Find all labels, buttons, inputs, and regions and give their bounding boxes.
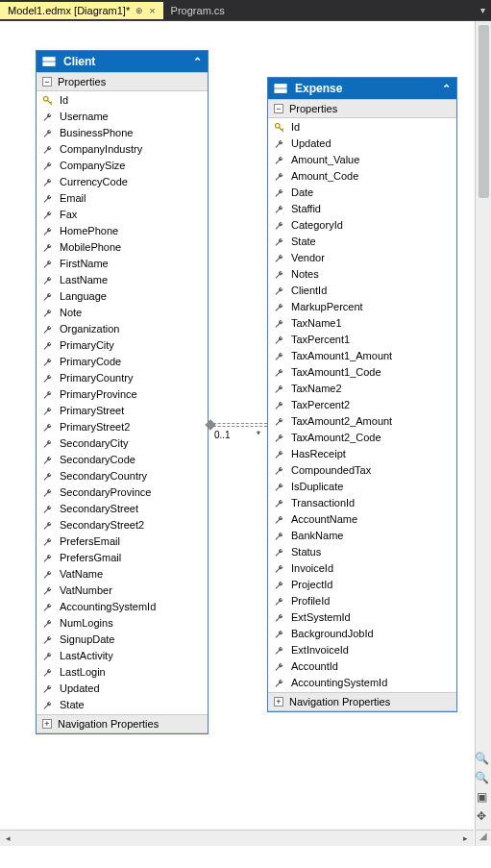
property-row[interactable]: VatName [37, 566, 208, 583]
property-row[interactable]: ProjectId [268, 577, 456, 593]
tab-model-diagram[interactable]: Model1.edmx [Diagram1]* ⊕ × [0, 2, 163, 19]
property-row[interactable]: BusinessPhone [37, 125, 208, 141]
property-row[interactable]: AccountingSystemId [37, 599, 208, 615]
property-row[interactable]: TaxPercent1 [268, 332, 456, 348]
property-row[interactable]: TaxAmount2_Code [268, 430, 456, 446]
property-row[interactable]: TaxName1 [268, 315, 456, 332]
property-row[interactable]: SecondaryStreet [37, 501, 208, 517]
property-row[interactable]: InvoiceId [268, 560, 456, 577]
property-row[interactable]: CurrencyCode [37, 174, 208, 190]
property-row[interactable]: SecondaryProvince [37, 484, 208, 501]
property-row[interactable]: VatNumber [37, 583, 208, 599]
property-row[interactable]: Staffid [268, 201, 456, 217]
section-collapse-icon[interactable]: − [274, 104, 283, 113]
fit-icon[interactable]: ▣ [474, 790, 489, 806]
section-expand-icon[interactable]: + [274, 697, 283, 707]
property-row[interactable]: SignupDate [37, 632, 208, 648]
property-row[interactable]: TaxAmount2_Amount [268, 413, 456, 430]
property-row[interactable]: PrimaryProvince [37, 386, 208, 403]
property-row[interactable]: Language [37, 288, 208, 305]
close-icon[interactable]: × [149, 5, 155, 16]
entity-header[interactable]: Expense ⌃ [268, 78, 456, 99]
horizontal-scrollbar[interactable]: ◂ ▸ [0, 830, 474, 846]
property-row[interactable]: CompoundedTax [268, 462, 456, 479]
chevron-up-icon[interactable]: ⌃ [193, 56, 202, 68]
property-row[interactable]: SecondaryCountry [37, 468, 208, 484]
property-row[interactable]: CompanySize [37, 158, 208, 174]
property-row[interactable]: PrimaryCity [37, 337, 208, 354]
property-row[interactable]: LastLogin [37, 664, 208, 681]
property-row[interactable]: MarkupPercent [268, 299, 456, 315]
property-row-key[interactable]: Id [268, 119, 456, 136]
property-row[interactable]: LastName [37, 272, 208, 288]
properties-section-header[interactable]: − Properties [37, 72, 208, 91]
property-row[interactable]: State [37, 697, 208, 713]
property-row[interactable]: BackgroundJobId [268, 626, 456, 642]
property-row[interactable]: SecondaryCode [37, 452, 208, 468]
property-row[interactable]: ClientId [268, 283, 456, 299]
property-row[interactable]: Updated [37, 681, 208, 697]
pan-icon[interactable]: ✥ [474, 809, 489, 825]
property-row[interactable]: Amount_Value [268, 152, 456, 168]
property-row[interactable]: Username [37, 109, 208, 125]
property-row[interactable]: TaxPercent2 [268, 397, 456, 413]
property-row[interactable]: ProfileId [268, 593, 456, 609]
chevron-up-icon[interactable]: ⌃ [442, 83, 451, 95]
property-row[interactable]: TaxName2 [268, 381, 456, 397]
property-row[interactable]: Vendor [268, 250, 456, 266]
property-row[interactable]: BankName [268, 528, 456, 544]
property-row[interactable]: PrimaryStreet [37, 403, 208, 419]
nav-properties-section-header[interactable]: + Navigation Properties [268, 692, 456, 711]
property-row[interactable]: Updated [268, 136, 456, 152]
properties-section-header[interactable]: − Properties [268, 99, 456, 118]
property-row[interactable]: FirstName [37, 256, 208, 272]
property-row[interactable]: MobilePhone [37, 239, 208, 256]
entity-expense[interactable]: Expense ⌃ − Properties IdUpdatedAmount_V… [267, 77, 457, 712]
property-row[interactable]: CompanyIndustry [37, 141, 208, 158]
property-row[interactable]: PrimaryStreet2 [37, 419, 208, 435]
property-row[interactable]: Status [268, 544, 456, 560]
property-row[interactable]: ExtInvoiceId [268, 642, 456, 658]
property-row[interactable]: HomePhone [37, 223, 208, 239]
property-row[interactable]: PrefersGmail [37, 550, 208, 566]
tab-overflow-dropdown[interactable]: ▾ [475, 5, 491, 15]
property-row[interactable]: Note [37, 305, 208, 321]
scroll-thumb[interactable] [479, 25, 489, 198]
property-row[interactable]: State [268, 234, 456, 250]
property-row[interactable]: Email [37, 190, 208, 207]
property-row[interactable]: Organization [37, 321, 208, 337]
section-collapse-icon[interactable]: − [42, 77, 52, 87]
diagram-canvas[interactable]: Client ⌃ − Properties IdUsernameBusiness… [0, 21, 491, 846]
property-row[interactable]: TaxAmount1_Code [268, 364, 456, 381]
property-row[interactable]: Notes [268, 266, 456, 283]
property-row[interactable]: TaxAmount1_Amount [268, 348, 456, 364]
section-expand-icon[interactable]: + [42, 719, 52, 729]
property-row[interactable]: AccountingSystemId [268, 675, 456, 691]
property-row[interactable]: HasReceipt [268, 446, 456, 462]
zoom-out-icon[interactable]: 🔍 [474, 771, 489, 786]
property-row[interactable]: PrefersEmail [37, 533, 208, 550]
scroll-right-icon[interactable]: ▸ [457, 833, 474, 843]
scroll-left-icon[interactable]: ◂ [0, 833, 16, 843]
property-row[interactable]: Amount_Code [268, 168, 456, 185]
property-row[interactable]: AccountId [268, 658, 456, 675]
property-row-key[interactable]: Id [37, 92, 208, 109]
property-row[interactable]: Fax [37, 207, 208, 223]
tab-program-cs[interactable]: Program.cs [163, 2, 233, 19]
property-row[interactable]: CategoryId [268, 217, 456, 234]
property-row[interactable]: PrimaryCountry [37, 370, 208, 386]
property-row[interactable]: LastActivity [37, 648, 208, 664]
entity-header[interactable]: Client ⌃ [37, 51, 208, 72]
property-row[interactable]: IsDuplicate [268, 479, 456, 495]
association-line[interactable] [209, 423, 267, 424]
property-row[interactable]: Date [268, 185, 456, 201]
property-row[interactable]: TransactionId [268, 495, 456, 511]
property-row[interactable]: ExtSystemId [268, 609, 456, 626]
property-row[interactable]: AccountName [268, 511, 456, 528]
pin-icon[interactable]: ⊕ [135, 6, 143, 15]
entity-client[interactable]: Client ⌃ − Properties IdUsernameBusiness… [36, 50, 209, 734]
property-row[interactable]: SecondaryCity [37, 435, 208, 452]
zoom-in-icon[interactable]: 🔍 [474, 752, 489, 767]
nav-properties-section-header[interactable]: + Navigation Properties [37, 714, 208, 733]
property-row[interactable]: PrimaryCode [37, 354, 208, 370]
